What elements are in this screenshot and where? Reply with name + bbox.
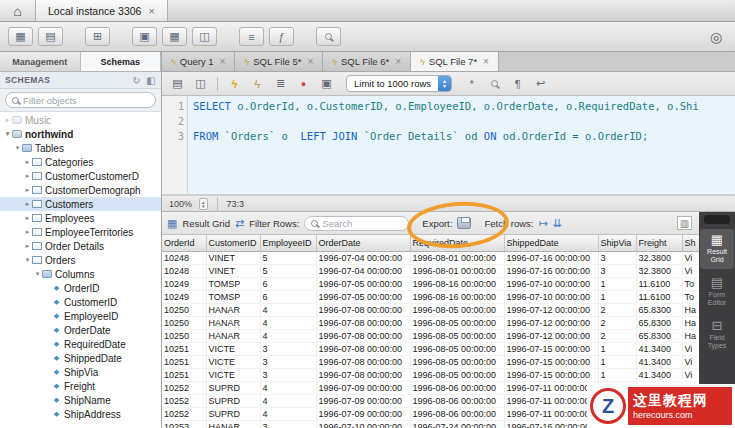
grid-cell[interactable]: 1 (598, 290, 636, 303)
grid-cell[interactable]: 1996-08-05 00:00:00 (410, 316, 504, 329)
grid-cell[interactable]: 32.3800 (636, 264, 682, 277)
grid-cell[interactable]: 1996-07-09 00:00:00 (316, 381, 410, 394)
grid-cell[interactable]: 4 (260, 394, 316, 407)
grid-cell[interactable]: 10250 (162, 316, 206, 329)
grid-cell[interactable]: 1996-08-05 00:00:00 (410, 342, 504, 355)
column-header-sh[interactable]: Sh (682, 235, 699, 251)
grid-cell[interactable]: 2 (598, 303, 636, 316)
grid-cell[interactable]: 2 (598, 329, 636, 342)
connection-tab[interactable]: Local instance 3306 × (36, 0, 168, 21)
grid-cell[interactable]: 1996-07-15 00:00:00 (504, 355, 598, 368)
grid-cell[interactable]: 1996-08-16 00:00:00 (410, 290, 504, 303)
create-table-icon[interactable]: ▦ (162, 27, 187, 46)
grid-cell[interactable]: 10249 (162, 290, 206, 303)
grid-cell[interactable]: VICTE (206, 355, 260, 368)
open-script-icon[interactable]: ▤ (169, 76, 186, 92)
column-header-shippeddate[interactable]: ShippedDate (504, 235, 598, 251)
create-function-icon[interactable]: ƒ (269, 27, 294, 46)
zoom-stepper[interactable]: ▴ ▾ (199, 198, 208, 210)
column-header-customerid[interactable]: CustomerID (206, 235, 260, 251)
tree-item-orderdate[interactable]: ◆OrderDate (0, 323, 161, 337)
find-icon[interactable] (486, 76, 503, 92)
tree-item-shipaddress[interactable]: ◆ShipAddress (0, 407, 161, 421)
grid-cell[interactable]: HANAR (206, 316, 260, 329)
grid-cell[interactable]: 3 (260, 355, 316, 368)
grid-cell[interactable]: 1996-07-09 00:00:00 (316, 394, 410, 407)
grid-cell[interactable]: 10250 (162, 329, 206, 342)
grid-cell[interactable]: 1996-07-08 00:00:00 (316, 329, 410, 342)
new-model-icon[interactable]: ▦ (8, 27, 33, 46)
grid-cell[interactable]: To (682, 277, 699, 290)
disclosure-triangle-icon[interactable]: ▸ (23, 172, 32, 180)
grid-cell[interactable]: 1996-07-10 00:00:00 (504, 277, 598, 290)
grid-cell[interactable]: Ha (682, 316, 699, 329)
status-indicator-icon[interactable]: ◎ (705, 27, 727, 47)
grid-cell[interactable]: 1996-07-05 00:00:00 (316, 290, 410, 303)
grid-cell[interactable]: 3 (598, 251, 636, 264)
grid-cell[interactable]: 1996-08-06 00:00:00 (410, 407, 504, 420)
column-chooser-icon[interactable]: ▥ (677, 216, 692, 230)
tree-item-columns[interactable]: ▾Columns (0, 267, 161, 281)
column-header-orderdate[interactable]: OrderDate (316, 235, 410, 251)
tree-item-customercustomerd[interactable]: ▸CustomerCustomerD (0, 169, 161, 183)
grid-cell[interactable]: 1996-07-08 00:00:00 (316, 316, 410, 329)
grid-cell[interactable]: 65.8300 (636, 316, 682, 329)
tab-close-icon[interactable]: × (483, 56, 489, 67)
grid-cell[interactable]: 1996-07-10 00:00:00 (504, 290, 598, 303)
grid-cell[interactable]: 1996-07-11 00:00:00 (504, 381, 598, 394)
grid-cell[interactable]: Vi (682, 355, 699, 368)
create-schema-icon[interactable]: ▣ (132, 27, 157, 46)
side-panel-form-editor[interactable]: ▤Form Editor (700, 272, 734, 312)
grid-cell[interactable]: 1 (598, 342, 636, 355)
tree-item-tables[interactable]: ▾Tables (0, 141, 161, 155)
home-tab-button[interactable]: ⌂ (0, 0, 36, 21)
grid-cell[interactable]: 1996-08-06 00:00:00 (410, 394, 504, 407)
grid-cell[interactable]: 1996-07-05 00:00:00 (316, 277, 410, 290)
side-panel-field-types[interactable]: ⊟Field Types (700, 315, 734, 355)
grid-cell[interactable]: 1996-07-08 00:00:00 (316, 355, 410, 368)
grid-cell[interactable]: 3 (260, 368, 316, 381)
tree-item-employees[interactable]: ▸Employees (0, 211, 161, 225)
disclosure-triangle-icon[interactable]: ▾ (13, 144, 22, 152)
grid-cell[interactable]: 10251 (162, 355, 206, 368)
grid-cell[interactable]: 1996-07-16 00:00:00 (504, 420, 598, 428)
tree-item-customerdemograph[interactable]: ▸CustomerDemograph (0, 183, 161, 197)
grid-cell[interactable]: 3 (598, 264, 636, 277)
create-view-icon[interactable]: ◫ (192, 27, 217, 46)
disclosure-triangle-icon[interactable]: ▸ (23, 214, 32, 222)
grid-cell[interactable]: 1996-08-05 00:00:00 (410, 368, 504, 381)
limit-rows-select[interactable]: Limit to 1000 rows ▲ ▼ (346, 75, 452, 92)
tree-item-employeeid[interactable]: ◆EmployeeID (0, 309, 161, 323)
new-sql-tab-icon[interactable]: ⊞ (85, 27, 110, 46)
grid-cell[interactable]: 10252 (162, 407, 206, 420)
grid-cell[interactable]: 41.3400 (636, 355, 682, 368)
grid-cell[interactable]: 41.3400 (636, 342, 682, 355)
grid-cell[interactable]: 41.3400 (636, 368, 682, 381)
execute-current-statement-icon[interactable]: ϟ (249, 76, 266, 92)
grid-cell[interactable]: 1996-08-05 00:00:00 (410, 303, 504, 316)
grid-cell[interactable]: 1996-07-12 00:00:00 (504, 316, 598, 329)
grid-cell[interactable]: VINET (206, 251, 260, 264)
grid-cell[interactable]: 10251 (162, 368, 206, 381)
grid-cell[interactable]: 5 (260, 264, 316, 277)
disclosure-triangle-icon[interactable]: ▸ (23, 186, 32, 194)
grid-cell[interactable]: 4 (260, 316, 316, 329)
grid-cell[interactable]: 1 (598, 277, 636, 290)
grid-cell[interactable]: 10252 (162, 381, 206, 394)
tab-schemas[interactable]: Schemas (81, 52, 162, 71)
grid-cell[interactable]: 1996-07-09 00:00:00 (316, 407, 410, 420)
stop-icon[interactable]: ● (295, 76, 312, 92)
grid-cell[interactable]: 1996-07-08 00:00:00 (316, 368, 410, 381)
grid-cell[interactable]: 10249 (162, 277, 206, 290)
grid-cell[interactable]: 1996-07-08 00:00:00 (316, 342, 410, 355)
search-data-icon[interactable] (316, 27, 341, 46)
grid-cell[interactable]: 10252 (162, 394, 206, 407)
column-header-requireddate[interactable]: RequiredDate (410, 235, 504, 251)
grid-cell[interactable]: 1996-07-11 00:00:00 (504, 407, 598, 420)
column-header-freight[interactable]: Freight (636, 235, 682, 251)
grid-cell[interactable]: 1996-07-04 00:00:00 (316, 251, 410, 264)
grid-cell[interactable]: Vi (682, 251, 699, 264)
grid-cell[interactable]: 10250 (162, 303, 206, 316)
disclosure-triangle-icon[interactable]: ▾ (33, 270, 42, 278)
grid-cell[interactable]: 6 (260, 290, 316, 303)
